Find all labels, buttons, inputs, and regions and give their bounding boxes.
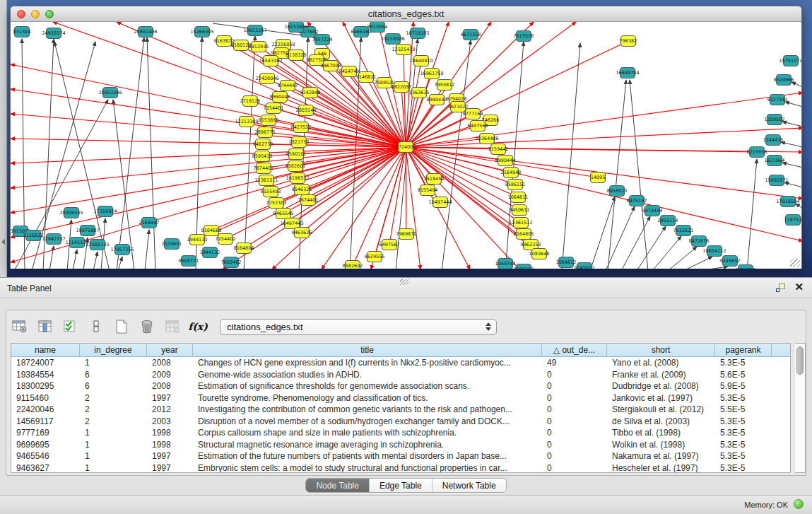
table-selector-dropdown[interactable]: citations_edges.txt: [220, 319, 497, 335]
network-node[interactable]: 19975887: [76, 226, 99, 236]
network-node[interactable]: 9508771: [179, 256, 199, 267]
network-node[interactable]: 2164948: [501, 168, 522, 178]
splitter-handle[interactable]: [400, 279, 408, 285]
network-node[interactable]: 796382: [620, 36, 637, 47]
network-node[interactable]: 6479197: [627, 196, 647, 206]
column-header-pagerank[interactable]: pagerank: [715, 344, 772, 356]
network-node[interactable]: 7857224: [312, 35, 333, 45]
network-node[interactable]: 9546325: [292, 185, 312, 195]
network-node[interactable]: 15266305: [190, 27, 213, 37]
table-row[interactable]: 1938455462009Genome-wide association stu…: [11, 369, 790, 381]
network-node[interactable]: 20053346: [98, 88, 122, 98]
clear-selection-icon[interactable]: [87, 317, 105, 336]
table-row[interactable]: 1830029562008Estimation of significance …: [11, 380, 790, 392]
network-node[interactable]: 9155494: [418, 185, 438, 196]
network-node[interactable]: 8215958: [747, 147, 767, 158]
scrollbar-thumb[interactable]: [796, 346, 804, 375]
network-node[interactable]: 2803144: [296, 105, 317, 116]
network-node[interactable]: 4671358: [461, 30, 481, 40]
network-node[interactable]: 118753: [784, 215, 801, 226]
network-node[interactable]: 12942737: [42, 234, 65, 245]
network-node[interactable]: 1064812: [556, 257, 577, 268]
network-node[interactable]: 8164804: [234, 243, 254, 254]
table-row[interactable]: 977716911998Corpus callosum shape and si…: [11, 427, 790, 439]
network-node[interactable]: 1209582: [765, 115, 785, 125]
network-node[interactable]: 2896775: [255, 127, 276, 138]
network-node[interactable]: 8138328: [286, 50, 307, 61]
network-node[interactable]: 9744447: [278, 81, 298, 91]
network-node[interactable]: 9329966: [774, 75, 794, 86]
network-node[interactable]: 9242848: [300, 88, 321, 98]
network-node[interactable]: 1621064: [765, 156, 785, 166]
network-node[interactable]: 9586151: [505, 180, 526, 190]
column-header-in_degree[interactable]: in_degree: [80, 344, 147, 356]
network-node[interactable]: 7632621: [673, 226, 694, 236]
network-node[interactable]: 7252303: [266, 198, 287, 209]
network-node[interactable]: 8813054: [367, 22, 388, 33]
select-all-icon[interactable]: [61, 317, 80, 336]
network-node[interactable]: 8582601: [286, 161, 306, 172]
network-node[interactable]: 9474444: [642, 206, 663, 216]
network-node[interactable]: 9462733: [253, 139, 273, 150]
network-node[interactable]: 12361512: [509, 218, 532, 228]
table-settings-icon[interactable]: [11, 317, 29, 336]
network-node[interactable]: 7515526: [514, 31, 534, 42]
network-node[interactable]: 1518454: [424, 174, 445, 185]
network-node[interactable]: 8912935: [249, 42, 269, 52]
column-settings-icon[interactable]: [36, 317, 54, 336]
table-row[interactable]: 969969511998Structural magnetic resonanc…: [11, 439, 790, 451]
network-node[interactable]: 1083648: [529, 249, 550, 259]
network-node[interactable]: 7254402: [216, 234, 236, 245]
network-node[interactable]: 8427552: [291, 122, 312, 133]
network-node[interactable]: 8582602: [343, 261, 363, 269]
network-node[interactable]: 14095: [591, 173, 606, 183]
network-node[interactable]: 1159442: [488, 144, 509, 155]
network-node[interactable]: 9450611: [510, 205, 530, 216]
column-header-year[interactable]: year: [147, 344, 193, 356]
network-node[interactable]: 17957255: [110, 245, 134, 255]
table-row[interactable]: 1456911722003Disruption of a novel membe…: [11, 416, 790, 428]
network-node[interactable]: 24935574: [42, 28, 65, 39]
new-table-icon[interactable]: [112, 317, 131, 336]
network-node[interactable]: 1944132: [200, 247, 220, 258]
network-node[interactable]: 9590101: [286, 149, 307, 160]
network-node[interactable]: 831304: [13, 27, 31, 37]
network-node[interactable]: 12213389: [235, 117, 258, 127]
network-node[interactable]: 9227343: [767, 95, 788, 105]
network-node[interactable]: 1156823: [23, 230, 44, 241]
close-panel-icon[interactable]: ✕: [794, 281, 804, 293]
table-row[interactable]: 946554611997Estimation of the future num…: [11, 450, 790, 462]
network-node[interactable]: 9465545: [273, 209, 294, 219]
network-node[interactable]: 16961758: [420, 69, 443, 79]
table-vertical-scrollbar[interactable]: [795, 343, 806, 473]
network-node[interactable]: 8595418: [252, 151, 273, 162]
column-header-short[interactable]: short: [607, 344, 715, 356]
network-node[interactable]: 12361511: [254, 175, 278, 186]
network-window-titlebar[interactable]: citations_edges.txt: [11, 6, 801, 22]
network-node[interactable]: 1064811: [508, 192, 529, 203]
network-node[interactable]: 9777169: [463, 109, 483, 119]
column-header-out_de[interactable]: △ out_de...: [542, 344, 607, 356]
delete-table-icon[interactable]: [138, 317, 156, 336]
table-row[interactable]: 2242004622012Investigating the contribut…: [11, 404, 790, 416]
panel-collapse-arrow-icon[interactable]: [1, 239, 5, 245]
network-hub-node[interactable]: 1724007: [396, 142, 416, 153]
table-row[interactable]: 911546021997Tourette syndrome. Phenomeno…: [11, 392, 790, 404]
network-node[interactable]: 7674402: [254, 163, 274, 174]
network-node[interactable]: 2164947: [139, 218, 160, 228]
network-node[interactable]: 10654112: [702, 246, 726, 257]
network-node[interactable]: 2718126: [240, 96, 261, 107]
network-node[interactable]: 8990444: [495, 156, 516, 166]
network-node[interactable]: 1944133: [187, 235, 208, 245]
network-node[interactable]: 2967008: [321, 61, 341, 71]
float-panel-icon[interactable]: [776, 284, 785, 292]
network-node[interactable]: 18640910: [409, 56, 433, 66]
network-canvas[interactable]: 8313042493557420691406152663051065326715…: [11, 22, 801, 269]
network-node[interactable]: 9146821: [356, 72, 377, 83]
network-node[interactable]: 9245012: [575, 263, 595, 269]
network-node[interactable]: 8471676: [689, 236, 710, 247]
network-node[interactable]: 2955114: [658, 216, 678, 226]
network-node[interactable]: 17359924: [93, 206, 117, 217]
import-table-icon[interactable]: [163, 317, 182, 336]
network-node[interactable]: 7969870: [396, 229, 417, 240]
